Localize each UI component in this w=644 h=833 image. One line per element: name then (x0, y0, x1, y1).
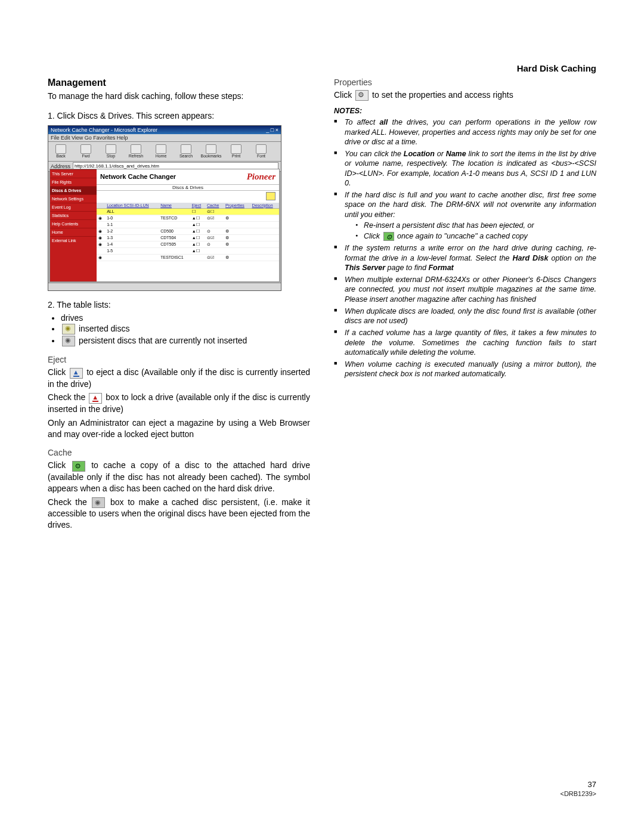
ss-window-controls: _ □ × (266, 126, 278, 134)
eject-p3: Only an Administrator can eject a magazi… (48, 417, 310, 440)
cache-p2: Check the box to make a cached disc pers… (48, 497, 310, 531)
table-row: ◉1-4CDT505▲☐⊙⚙ (97, 241, 279, 247)
ss-main: Network Cache Changer Pioneer Discs & Dr… (97, 169, 279, 281)
eject-p1: Click to eject a disc (Available only if… (48, 367, 310, 389)
ss-tb-back: Back (51, 144, 71, 158)
ss-refresh-icon (266, 192, 275, 200)
page-number: 37 (560, 780, 596, 789)
note-item: If the hard disc is full and you want to… (334, 190, 596, 241)
table-row: 1-5▲☐ (97, 247, 279, 254)
step-2: 2. The table lists: (48, 299, 310, 311)
list-item: inserted discs (61, 324, 310, 335)
ss-subtitle: Discs & Drives (97, 184, 279, 191)
table-row: ◉TESTDISC1⊙☑⚙ (97, 254, 279, 261)
ss-side-discs-drives: Discs & Drives (50, 186, 97, 194)
ss-side-network: Network Settings (50, 194, 97, 203)
ss-tb-print: Print (226, 144, 246, 158)
table-row: ◉1-2CD500▲☐⊙⚙ (97, 228, 279, 234)
ss-tb-search: Search (176, 144, 196, 158)
eject-icon (70, 368, 83, 379)
ss-sidebar: This Server File Rights Discs & Drives N… (50, 169, 97, 281)
ss-tb-font: Font (251, 144, 271, 158)
ss-titlebar: Network Cache Changer - Microsoft Explor… (48, 126, 281, 134)
cache-icon (72, 461, 85, 472)
subheading-cache: Cache (48, 448, 310, 457)
ss-tb-bookmarks: Bookmarks (201, 144, 221, 158)
cache-p1: Click to cache a copy of a disc to the a… (48, 460, 310, 494)
note-subitem: Click once again to "uncache" a cached c… (355, 231, 596, 241)
ss-tb-refresh: Refresh (126, 144, 146, 158)
eject-p2: Check the box to lock a drive (available… (48, 392, 310, 414)
screenshot-discs-drives: Network Cache Changer - Microsoft Explor… (48, 125, 281, 291)
section-heading-management: Management (48, 78, 310, 88)
subheading-properties: Properties (334, 78, 596, 87)
note-subitem: Re-insert a persistent disc that has bee… (355, 221, 596, 230)
ss-window-title: Network Cache Changer - Microsoft Explor… (51, 126, 157, 134)
table-row: 1-1▲☐ (97, 221, 279, 228)
ss-side-help: Help Contents (50, 219, 97, 228)
properties-text: Click to set the properties and access r… (334, 89, 596, 101)
ss-side-this-server: This Server (50, 169, 97, 178)
table-row: ◉1-0TESTCD▲☐⊙☑⚙ (97, 215, 279, 221)
ss-side-external: External Link (50, 236, 97, 244)
ss-table: Location SCSI-ID-LUN Name Eject Cache Pr… (97, 203, 279, 261)
properties-icon (355, 90, 369, 101)
intro-text: To manage the hard disk caching, follow … (48, 91, 310, 102)
table-row: ◉1-3CDT504▲☐⊙☑⚙ (97, 234, 279, 241)
disc-icon (62, 324, 75, 335)
ss-statusbar (48, 283, 281, 290)
step-1: 1. Click Discs & Drives. This screen app… (48, 110, 310, 122)
note-item: When multiple external DRM-6324Xs or oth… (334, 275, 596, 304)
page-footer: 37 <DRB1239> (560, 780, 596, 797)
note-item: You can click the Location or Name link … (334, 149, 596, 188)
ss-tb-stop: Stop (101, 144, 121, 158)
note-item: When duplicate discs are loaded, only th… (334, 306, 596, 326)
note-item: If a cached volume has a large quantity … (334, 328, 596, 357)
subheading-eject: Eject (48, 355, 310, 364)
ss-toolbar: Back Fwd Stop Refresh Home Search Bookma… (48, 142, 281, 162)
persist-disc-icon (62, 336, 75, 346)
ss-tb-home: Home (151, 144, 171, 158)
notes-heading: NOTES: (334, 107, 596, 115)
cache-icon (383, 232, 394, 241)
table-row: ALL☐⊙☐ (97, 208, 279, 215)
ss-side-stats: Statistics (50, 211, 97, 219)
lock-icon (89, 393, 102, 404)
ss-brand-logo: Pioneer (247, 172, 275, 182)
list-item: drives (61, 313, 310, 323)
note-item: If the system returns a write error on t… (334, 243, 596, 272)
ss-app-title: Network Cache Changer (100, 173, 176, 180)
note-item: When volume caching is executed manually… (334, 360, 596, 379)
ss-side-home: Home (50, 228, 97, 236)
document-id: <DRB1239> (560, 790, 596, 797)
ss-side-file-rights: File Rights (50, 178, 97, 186)
ss-tb-fwd: Fwd (76, 144, 96, 158)
list-item: persistent discs that are currently not … (61, 336, 310, 346)
ss-side-eventlog: Event Log (50, 203, 97, 211)
page: Hard Disk Caching Management To manage t… (0, 0, 644, 833)
note-item: To affect all the drives, you can perfor… (334, 117, 596, 147)
persist-checkbox-icon (92, 497, 105, 508)
chapter-title: Hard Disk Caching (517, 63, 596, 73)
ss-menubar: File Edit View Go Favorites Help (48, 134, 281, 142)
